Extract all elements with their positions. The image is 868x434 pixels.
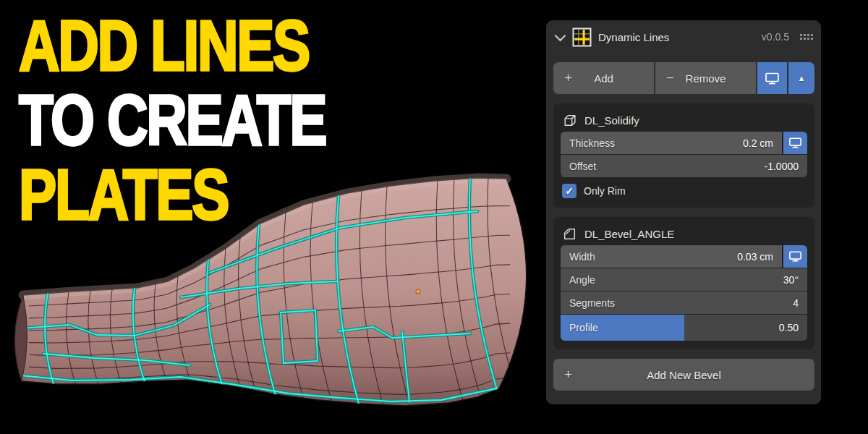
toolbar: + Add − Remove ▲	[553, 62, 814, 94]
panel-title: Dynamic Lines	[598, 31, 669, 43]
display-toggle-button[interactable]	[757, 62, 787, 94]
drag-handle-icon[interactable]	[800, 34, 812, 40]
solidify-title: DL_Solidify	[584, 114, 639, 127]
dynamic-lines-addon-icon	[572, 27, 592, 47]
minus-icon: −	[666, 70, 674, 86]
plus-icon: +	[564, 367, 572, 383]
thickness-display-toggle[interactable]	[783, 132, 807, 154]
offset-field[interactable]: Offset -1.0000	[561, 155, 807, 177]
width-field[interactable]: Width 0.03 cm	[561, 245, 782, 268]
dynamic-lines-panel: Dynamic Lines v0.0.5 + Add − Remove	[546, 20, 821, 404]
headline-line-2: TO CREATE	[19, 83, 326, 158]
headline: ADD LINES TO CREATE PLATES	[19, 9, 326, 232]
segments-field[interactable]: Segments 4	[561, 292, 807, 314]
monitor-icon	[788, 137, 802, 149]
profile-slider[interactable]: Profile 0.50	[561, 315, 807, 341]
width-display-toggle[interactable]	[783, 245, 807, 268]
thickness-field[interactable]: Thickness 0.2 cm	[561, 132, 782, 154]
collapse-button[interactable]: ▲	[788, 62, 814, 94]
only-rim-label: Only Rim	[584, 185, 626, 197]
bevel-modifier-icon	[562, 226, 577, 242]
monitor-icon	[765, 72, 780, 85]
headline-line-1: ADD LINES	[19, 9, 326, 83]
bevel-section: DL_Bevel_ANGLE Width 0.03 cm Angle	[553, 217, 814, 349]
origin-dot	[416, 289, 420, 294]
panel-header: Dynamic Lines v0.0.5	[546, 20, 821, 54]
headline-line-3: PLATES	[19, 158, 326, 232]
bevel-title: DL_Bevel_ANGLE	[584, 228, 674, 240]
monitor-icon	[788, 250, 802, 263]
add-new-bevel-button[interactable]: + Add New Bevel	[553, 359, 814, 391]
add-button[interactable]: + Add	[553, 62, 654, 94]
plus-icon: +	[564, 70, 572, 86]
chevron-down-icon[interactable]	[555, 30, 566, 41]
solidify-modifier-icon	[562, 113, 577, 128]
version-label: v0.0.5	[762, 31, 789, 43]
app-stage: ADD LINES TO CREATE PLATES Dynamic Lines…	[0, 0, 868, 434]
only-rim-row: ✓ Only Rim	[562, 184, 807, 198]
only-rim-checkbox[interactable]: ✓	[562, 184, 576, 198]
remove-button[interactable]: − Remove	[655, 62, 756, 94]
angle-field[interactable]: Angle 30°	[561, 268, 807, 291]
triangle-up-icon: ▲	[798, 74, 806, 82]
solidify-section: DL_Solidify Thickness 0.2 cm Offset	[553, 103, 814, 208]
check-icon: ✓	[565, 185, 574, 197]
